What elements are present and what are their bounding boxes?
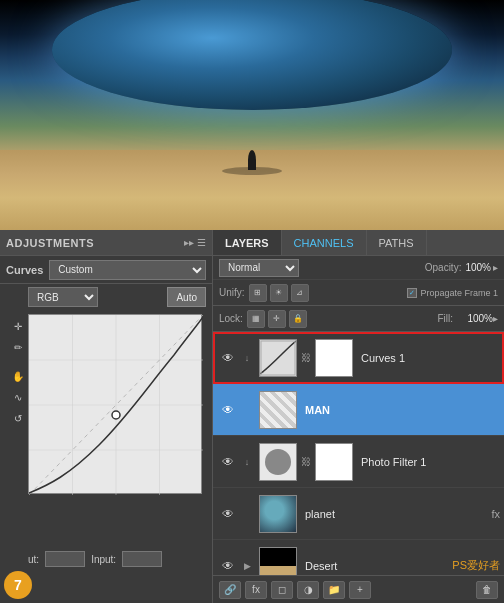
- adjustments-panel: ADJUSTMENTS ▸▸ ☰ Curves Custom Default R…: [0, 230, 213, 603]
- layer-thumbs-man: [259, 391, 297, 429]
- add-mask-button[interactable]: ◻: [271, 581, 293, 599]
- layer-link-curves1: ↓: [239, 353, 255, 363]
- layer-eye-planet[interactable]: 👁: [217, 503, 239, 525]
- curves-svg: [29, 315, 203, 495]
- opacity-value: 100%: [465, 262, 491, 273]
- layer-name-planet: planet: [305, 508, 491, 520]
- unify-icon-3[interactable]: ⊿: [291, 284, 309, 302]
- layer-thumb-curves1-adj: [259, 339, 297, 377]
- propagate-label: Propagate Frame 1: [420, 288, 498, 298]
- group-layers-button[interactable]: 📁: [323, 581, 345, 599]
- output-value-field[interactable]: [45, 551, 85, 567]
- layer-eye-man[interactable]: 👁: [217, 399, 239, 421]
- unify-icon-1[interactable]: ⊞: [249, 284, 267, 302]
- lock-all-icon[interactable]: 🔒: [289, 310, 307, 328]
- output-label: ut:: [28, 554, 39, 565]
- layer-row-curves1[interactable]: 👁 ↓ ⛓ Curves 1: [213, 332, 504, 384]
- curves-preset-row: Curves Custom Default: [0, 256, 212, 284]
- panel-tabs: LAYERS CHANNELS PATHS: [213, 230, 504, 256]
- svg-point-7: [112, 411, 120, 419]
- fill-arrow[interactable]: ▸: [493, 313, 498, 324]
- new-layer-button[interactable]: +: [349, 581, 371, 599]
- layer-thumb-curves1-mask: [315, 339, 353, 377]
- layers-bottom-toolbar: 🔗 fx ◻ ◑ 📁 + 🗑: [213, 575, 504, 603]
- link-layers-button[interactable]: 🔗: [219, 581, 241, 599]
- curves-preset-select[interactable]: Custom Default: [49, 260, 206, 280]
- earth-element: [52, 0, 452, 110]
- delete-layer-button[interactable]: 🗑: [476, 581, 498, 599]
- wave-icon: ∿: [9, 388, 27, 406]
- input-value-field[interactable]: [122, 551, 162, 567]
- layer-eye-desert[interactable]: 👁: [217, 555, 239, 577]
- ps-brand: PS爱好者: [452, 558, 500, 573]
- propagate-checkbox[interactable]: ✓: [407, 288, 417, 298]
- lock-fill-row: Lock: ▦ ✛ 🔒 Fill: 100% ▸: [213, 306, 504, 332]
- unify-icon-2[interactable]: ☀: [270, 284, 288, 302]
- input-label: Input:: [91, 554, 116, 565]
- curves-thumb-svg: [260, 340, 296, 376]
- blend-opacity-row: Normal Multiply Screen Opacity: 100% ▸: [213, 256, 504, 280]
- layer-thumb-photofilter-mask: [315, 443, 353, 481]
- lock-label: Lock:: [219, 313, 243, 324]
- hand-tool[interactable]: ✋: [9, 367, 27, 385]
- layer-chain-photofilter[interactable]: ⛓: [299, 443, 313, 481]
- layer-row-planet[interactable]: 👁 planet fx: [213, 488, 504, 540]
- layer-name-desert: Desert: [305, 560, 452, 572]
- layer-name-man: MAN: [305, 404, 500, 416]
- output-input-row: ut: Input:: [28, 551, 162, 567]
- blend-mode-select[interactable]: Normal Multiply Screen: [219, 259, 299, 277]
- step-badge: 7: [4, 571, 32, 599]
- layer-chain-curves1[interactable]: ⛓: [299, 339, 313, 377]
- layer-link-desert: ▶: [239, 561, 255, 571]
- lock-position-icon[interactable]: ✛: [268, 310, 286, 328]
- curves-label: Curves: [6, 264, 43, 276]
- unify-row: Unify: ⊞ ☀ ⊿ ✓ Propagate Frame 1: [213, 280, 504, 306]
- propagate-checkbox-row: ✓ Propagate Frame 1: [407, 288, 498, 298]
- layer-row-photofilter[interactable]: 👁 ↓ ⛓ Photo Filter 1: [213, 436, 504, 488]
- curves-graph[interactable]: [28, 314, 202, 494]
- tab-layers[interactable]: LAYERS: [213, 230, 282, 255]
- opacity-label: Opacity:: [425, 262, 462, 273]
- figure-element: [248, 150, 256, 170]
- layer-name-photofilter: Photo Filter 1: [361, 456, 500, 468]
- curves-tools: ✛ ✏ ✋ ∿ ↺: [6, 314, 30, 430]
- auto-button[interactable]: Auto: [167, 287, 206, 307]
- lock-icons: ▦ ✛ 🔒: [247, 310, 307, 328]
- fill-value: 100%: [457, 313, 493, 324]
- layer-eye-photofilter[interactable]: 👁: [217, 451, 239, 473]
- channel-select[interactable]: RGB Red Green Blue: [28, 287, 98, 307]
- layer-name-curves1: Curves 1: [361, 352, 500, 364]
- layers-panel: LAYERS CHANNELS PATHS Normal Multiply Sc…: [213, 230, 504, 603]
- adjustment-layer-button[interactable]: ◑: [297, 581, 319, 599]
- layer-fx-planet: fx: [491, 508, 500, 520]
- layer-thumb-man: [259, 391, 297, 429]
- unify-label: Unify:: [219, 287, 245, 298]
- layer-row-man[interactable]: 👁 MAN: [213, 384, 504, 436]
- layer-eye-curves1[interactable]: 👁: [217, 347, 239, 369]
- curves-controls-row: RGB Red Green Blue Auto: [22, 284, 212, 310]
- photo-canvas: [0, 0, 504, 230]
- add-style-button[interactable]: fx: [245, 581, 267, 599]
- adjustments-title: ADJUSTMENTS: [6, 237, 94, 249]
- layer-thumbs-photofilter: ⛓: [259, 443, 353, 481]
- cursor-tool[interactable]: ✛: [9, 317, 27, 335]
- tab-paths[interactable]: PATHS: [367, 230, 427, 255]
- layer-thumb-planet: [259, 495, 297, 533]
- fill-label: Fill:: [437, 313, 453, 324]
- layer-link-photofilter: ↓: [239, 457, 255, 467]
- layer-thumbs-planet: [259, 495, 297, 533]
- pencil-tool[interactable]: ✏: [9, 338, 27, 356]
- opacity-arrow[interactable]: ▸: [493, 262, 498, 273]
- reset-tool[interactable]: ↺: [9, 409, 27, 427]
- layer-thumbs-curves1: ⛓: [259, 339, 353, 377]
- tab-channels[interactable]: CHANNELS: [282, 230, 367, 255]
- unify-icons: ⊞ ☀ ⊿: [249, 284, 309, 302]
- layer-thumb-photofilter-adj: [259, 443, 297, 481]
- lock-pixels-icon[interactable]: ▦: [247, 310, 265, 328]
- adjustments-header: ADJUSTMENTS ▸▸ ☰: [0, 230, 212, 256]
- panel-menu-icon[interactable]: ▸▸ ☰: [184, 237, 206, 248]
